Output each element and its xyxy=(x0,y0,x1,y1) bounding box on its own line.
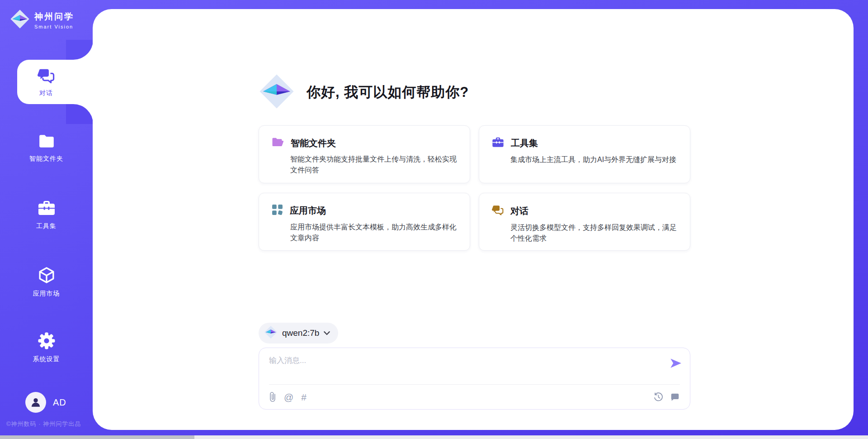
chat-bubble-icon[interactable] xyxy=(670,392,680,402)
model-gem-icon xyxy=(264,325,278,341)
cube-icon xyxy=(38,267,55,286)
tab-notch-bottom xyxy=(66,104,93,124)
copyright-text: ©神州数码 · 神州问学出品 xyxy=(6,420,81,428)
send-button[interactable] xyxy=(670,358,682,370)
card-title: 对话 xyxy=(510,205,528,217)
sidebar-item-label: 系统设置 xyxy=(33,355,60,363)
card-title: 智能文件夹 xyxy=(291,137,336,149)
send-icon xyxy=(670,358,682,368)
composer: qwen2:7b xyxy=(259,323,690,410)
card-smart-folder[interactable]: 智能文件夹 智能文件夹功能支持批量文件上传与清洗，轻松实现文件问答 xyxy=(259,125,470,183)
model-name: qwen2:7b xyxy=(282,328,319,338)
main-panel: 你好, 我可以如何帮助你? 智能文件夹 智能文件夹功能支持批量文件上传与清洗，轻… xyxy=(93,9,854,430)
toolbox-icon xyxy=(492,137,504,150)
hash-icon[interactable]: # xyxy=(301,392,307,402)
toolbox-icon xyxy=(38,200,56,218)
tab-notch-top xyxy=(66,40,93,60)
card-description: 智能文件夹功能支持批量文件上传与清洗，轻松实现文件问答 xyxy=(290,154,457,176)
greeting-block: 你好, 我可以如何帮助你? xyxy=(259,73,469,111)
brand-subname: Smart Vision xyxy=(34,24,74,29)
sidebar-item-toolset[interactable]: 工具集 xyxy=(0,200,93,230)
folder-open-icon xyxy=(272,137,284,149)
card-title: 应用市场 xyxy=(290,205,326,217)
sidebar-item-label: 应用市场 xyxy=(33,290,60,298)
folder-icon xyxy=(38,134,55,151)
message-input[interactable] xyxy=(269,355,653,379)
user-profile[interactable]: AD xyxy=(25,392,66,413)
card-description: 灵活切换多模型文件，支持多样回复效果调试，满足个性化需求 xyxy=(510,222,677,244)
sidebar: 神州问学 Smart Vision 对话 智能文件夹 xyxy=(0,0,93,439)
chevron-down-icon xyxy=(324,329,330,337)
app-logo[interactable]: 神州问学 Smart Vision xyxy=(10,9,74,31)
chat-icon xyxy=(38,67,55,86)
at-icon[interactable]: @ xyxy=(284,392,293,402)
sidebar-item-chat[interactable]: 对话 xyxy=(17,60,93,104)
gear-icon xyxy=(38,332,55,351)
card-toolset[interactable]: 工具集 集成市场上主流工具，助力AI与外界无缝扩展与对接 xyxy=(479,125,690,183)
sidebar-item-settings[interactable]: 系统设置 xyxy=(0,332,93,363)
card-description: 集成市场上主流工具，助力AI与外界无缝扩展与对接 xyxy=(510,154,677,165)
person-icon xyxy=(30,396,42,408)
sidebar-item-label: 对话 xyxy=(39,89,53,97)
sidebar-item-app-market[interactable]: 应用市场 xyxy=(0,267,93,298)
card-description: 应用市场提供丰富长文本模板，助力高效生成多样化文章内容 xyxy=(290,222,457,244)
horizontal-scrollbar[interactable] xyxy=(0,435,868,439)
chat-icon xyxy=(492,204,504,218)
paperclip-icon[interactable] xyxy=(269,391,276,402)
feature-cards: 智能文件夹 智能文件夹功能支持批量文件上传与清洗，轻松实现文件问答 工具集 xyxy=(259,125,690,251)
input-divider xyxy=(269,384,680,385)
user-initials: AD xyxy=(53,397,66,408)
card-chat[interactable]: 对话 灵活切换多模型文件，支持多样回复效果调试，满足个性化需求 xyxy=(479,193,690,251)
card-title: 工具集 xyxy=(511,137,538,149)
brand-name: 神州问学 xyxy=(34,11,74,23)
sidebar-item-label: 智能文件夹 xyxy=(29,155,63,163)
greeting-gem-icon xyxy=(259,73,295,111)
avatar xyxy=(25,392,46,413)
sidebar-item-label: 工具集 xyxy=(36,222,57,230)
brand-gem-icon xyxy=(10,9,30,31)
message-input-box: @ # xyxy=(259,348,690,410)
greeting-title: 你好, 我可以如何帮助你? xyxy=(307,83,469,102)
sidebar-item-smart-folder[interactable]: 智能文件夹 xyxy=(0,134,93,163)
app-grid-icon xyxy=(272,204,283,217)
history-icon[interactable] xyxy=(653,392,664,402)
scrollbar-thumb[interactable] xyxy=(0,435,194,439)
model-selector[interactable]: qwen2:7b xyxy=(259,323,338,344)
card-app-market[interactable]: 应用市场 应用市场提供丰富长文本模板，助力高效生成多样化文章内容 xyxy=(259,193,470,251)
